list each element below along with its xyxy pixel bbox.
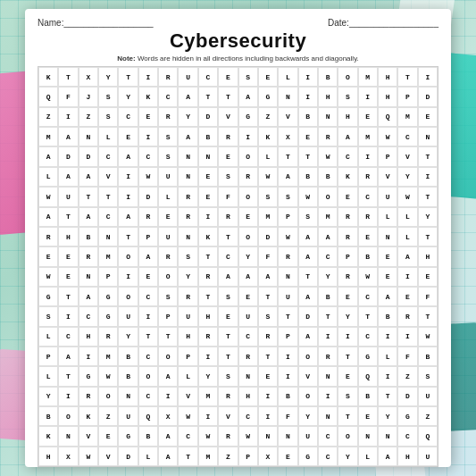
cell-13-13: A	[298, 327, 318, 347]
cell-1-11: G	[258, 87, 278, 106]
cell-15-16: Q	[358, 366, 378, 386]
cell-13-2: H	[79, 327, 98, 347]
cell-0-15: O	[338, 67, 357, 87]
cell-10-8: R	[198, 267, 218, 287]
cell-0-3: Y	[98, 67, 118, 87]
cell-1-2: J	[79, 87, 98, 106]
cell-0-4: T	[118, 67, 138, 87]
cell-4-10: O	[238, 146, 258, 166]
cell-8-15: R	[338, 227, 357, 246]
cell-15-1: T	[58, 366, 78, 386]
cell-12-16: T	[358, 306, 378, 326]
cell-12-3: G	[98, 306, 118, 326]
cell-5-10: R	[238, 167, 258, 187]
cell-3-18: C	[397, 127, 417, 146]
cell-14-2: I	[79, 347, 98, 366]
cell-0-14: B	[318, 67, 338, 87]
cell-0-8: C	[198, 67, 218, 87]
cell-7-9: R	[218, 207, 238, 227]
cell-5-2: A	[79, 167, 98, 187]
cell-8-11: D	[258, 227, 278, 246]
cell-5-7: N	[178, 167, 197, 187]
cell-19-0: H	[38, 447, 58, 466]
cell-4-3: C	[98, 146, 118, 166]
cell-18-9: R	[218, 426, 238, 446]
cell-5-14: B	[318, 167, 338, 187]
cell-12-5: I	[138, 306, 158, 326]
cell-6-9: F	[218, 187, 238, 206]
cell-4-9: E	[218, 146, 238, 166]
cell-18-12: N	[278, 426, 297, 446]
cell-0-13: I	[298, 67, 318, 87]
cell-12-13: D	[298, 306, 318, 326]
cell-5-19: I	[418, 167, 438, 187]
cell-16-12: B	[278, 387, 297, 406]
cell-16-2: R	[79, 387, 98, 406]
cell-15-6: A	[158, 366, 178, 386]
cell-3-13: E	[298, 127, 318, 146]
cell-18-13: U	[298, 426, 318, 446]
date-label: Date:__________________	[328, 18, 438, 28]
cell-7-17: L	[378, 207, 397, 227]
cell-2-19: E	[418, 107, 438, 127]
cell-12-0: S	[38, 306, 58, 326]
cell-2-9: V	[218, 107, 238, 127]
cell-18-19: Q	[418, 426, 438, 446]
cell-12-10: U	[238, 306, 258, 326]
cell-16-17: T	[378, 387, 397, 406]
cell-18-15: O	[338, 426, 357, 446]
cell-16-10: H	[238, 387, 258, 406]
cell-7-1: T	[58, 207, 78, 227]
cell-18-4: G	[118, 426, 138, 446]
cell-14-7: P	[178, 347, 197, 366]
cell-19-4: D	[118, 447, 138, 466]
cell-9-6: R	[158, 246, 178, 266]
word-search-grid: KTXYTIRUCESELIBOMHTIQFJSYKCATTAGNIHSIHPD…	[38, 66, 438, 467]
cell-1-9: T	[218, 87, 238, 106]
cell-14-13: O	[298, 347, 318, 366]
cell-8-8: K	[198, 227, 218, 246]
cell-12-2: C	[79, 306, 98, 326]
cell-10-3: P	[98, 267, 118, 287]
cell-1-15: S	[338, 87, 357, 106]
cell-6-3: T	[98, 187, 118, 206]
cell-6-13: W	[298, 187, 318, 206]
cell-3-12: X	[278, 127, 297, 146]
cell-0-0: K	[38, 67, 58, 87]
cell-11-12: U	[278, 287, 297, 306]
cell-5-16: R	[358, 167, 378, 187]
cell-19-10: P	[238, 447, 258, 466]
cell-1-1: F	[58, 87, 78, 106]
cell-8-1: H	[58, 227, 78, 246]
cell-8-14: A	[318, 227, 338, 246]
cell-14-3: M	[98, 347, 118, 366]
cell-3-5: I	[138, 127, 158, 146]
cell-19-17: A	[378, 447, 397, 466]
cell-8-13: A	[298, 227, 318, 246]
cell-14-19: B	[418, 347, 438, 366]
cell-12-4: U	[118, 306, 138, 326]
cell-2-14: N	[318, 107, 338, 127]
cell-11-18: E	[397, 287, 417, 306]
cell-13-5: T	[138, 327, 158, 347]
cell-9-15: P	[338, 246, 357, 266]
cell-16-0: Y	[38, 387, 58, 406]
cell-5-1: A	[58, 167, 78, 187]
cell-2-13: B	[298, 107, 318, 127]
cell-11-10: E	[238, 287, 258, 306]
cell-0-18: T	[397, 67, 417, 87]
name-label: Name:__________________	[38, 18, 154, 28]
cell-14-18: F	[397, 347, 417, 366]
cell-18-10: W	[238, 426, 258, 446]
cell-15-7: L	[178, 366, 197, 386]
cell-7-7: R	[178, 207, 197, 227]
cell-4-4: A	[118, 146, 138, 166]
cell-0-7: U	[178, 67, 197, 87]
cell-15-3: W	[98, 366, 118, 386]
cell-17-2: K	[79, 406, 98, 426]
cell-18-7: C	[178, 426, 197, 446]
cell-13-3: R	[98, 327, 118, 347]
cell-14-11: T	[258, 347, 278, 366]
cell-4-15: C	[338, 146, 357, 166]
cell-19-7: T	[178, 447, 197, 466]
